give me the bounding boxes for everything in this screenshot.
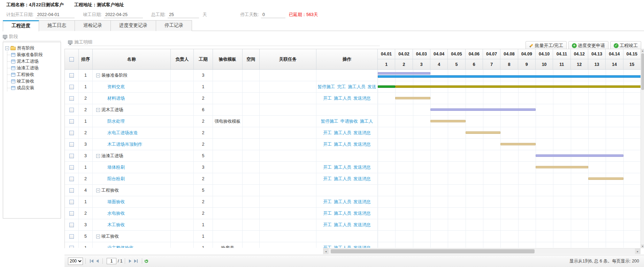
op-link[interactable]: 开工 [323, 130, 332, 136]
op-link[interactable]: 发送消息 [353, 130, 371, 136]
row-checkbox[interactable] [69, 177, 74, 181]
stop-days-value[interactable]: 0 [261, 11, 285, 18]
task-link[interactable]: 阳台粉刷 [107, 176, 125, 182]
scroll-right-icon[interactable]: ► [635, 249, 641, 254]
last-page-button[interactable] [134, 259, 138, 263]
row-checkbox[interactable] [69, 200, 74, 204]
op-link[interactable]: 发送 [368, 84, 376, 90]
op-link[interactable]: 施工人员 [334, 142, 351, 147]
tree-item-2[interactable]: 油漆工进场 [7, 65, 59, 71]
op-link[interactable]: 发送消息 [353, 142, 371, 147]
op-link[interactable]: 施工人 [360, 119, 373, 124]
op-link[interactable]: 施工人员 [334, 211, 351, 216]
collapse-icon[interactable]: − [96, 108, 100, 112]
gantt-bar-plan[interactable] [588, 177, 623, 180]
next-page-button[interactable] [129, 259, 131, 263]
op-link[interactable]: 开工 [323, 222, 332, 228]
op-link[interactable]: 发送消息 [353, 199, 371, 205]
collapse-icon[interactable]: − [96, 235, 100, 238]
op-link[interactable]: 开工 [323, 176, 332, 182]
op-link[interactable]: 开工 [323, 199, 332, 205]
op-link[interactable]: 施工人员 [334, 199, 351, 205]
row-checkbox[interactable] [69, 165, 74, 170]
task-link[interactable]: 木工验收 [107, 222, 125, 228]
gantt-bar-plan[interactable] [500, 143, 536, 145]
tab-4[interactable]: 停工记录 [156, 20, 192, 31]
gantt-bar-actual[interactable] [378, 75, 641, 78]
op-link[interactable]: 申请验收 [340, 119, 358, 124]
row-checkbox[interactable] [69, 96, 74, 101]
collapse-icon[interactable]: − [96, 154, 100, 158]
page-size-select[interactable]: 200 [68, 258, 83, 265]
task-link[interactable]: 水电验收 [107, 211, 125, 216]
op-link[interactable]: 发送消息 [353, 222, 371, 228]
op-link[interactable]: 施工人员 [334, 245, 351, 248]
row-checkbox[interactable] [69, 154, 74, 158]
row-checkbox[interactable] [69, 142, 74, 147]
task-link[interactable]: 墙体粉刷 [107, 165, 125, 170]
op-link[interactable]: 发送消息 [353, 211, 371, 216]
gantt-bar-group[interactable] [430, 108, 536, 111]
op-link[interactable]: 发送消息 [353, 245, 371, 248]
op-link[interactable]: 开工 [323, 211, 332, 216]
gantt-bar-plan[interactable] [536, 166, 588, 168]
first-page-button[interactable] [90, 259, 93, 263]
refresh-icon[interactable] [145, 259, 148, 263]
vertical-scrollbar[interactable]: ▲ ▼ [641, 49, 644, 248]
task-link[interactable]: 资料交底 [107, 84, 125, 90]
op-link[interactable]: 施工人员 [334, 165, 351, 170]
row-checkbox[interactable] [69, 188, 74, 193]
op-link[interactable]: 施工人员 [334, 222, 351, 228]
scroll-left-icon[interactable]: ◄ [323, 249, 329, 254]
gantt-bar-group[interactable] [536, 154, 623, 157]
op-link[interactable]: 施工人员 [334, 96, 351, 101]
row-checkbox[interactable] [69, 131, 74, 135]
tree-item-0[interactable]: 装修准备阶段 [7, 52, 59, 58]
prev-page-button[interactable] [96, 259, 99, 263]
op-link[interactable]: 发送消息 [353, 176, 371, 182]
op-link[interactable]: 施工人员 [348, 84, 366, 90]
row-checkbox[interactable] [69, 119, 74, 124]
tab-0[interactable]: 工程进度 [3, 20, 39, 31]
gantt-bar-group[interactable] [378, 72, 430, 75]
horizontal-scrollbar[interactable]: ◄ ► [323, 248, 641, 254]
tab-2[interactable]: 巡检记录 [75, 20, 111, 31]
op-link[interactable]: 开工 [323, 245, 332, 248]
total-duration-value[interactable]: 25 [168, 11, 199, 18]
scroll-down-icon[interactable]: ▼ [641, 244, 644, 248]
task-link[interactable]: 防水处理 [107, 119, 125, 124]
scroll-up-icon[interactable]: ▲ [641, 49, 644, 53]
op-link[interactable]: 暂停施工 [318, 84, 335, 90]
gantt-bar-plan[interactable] [466, 131, 501, 134]
tree-item-1[interactable]: 泥木工进场 [7, 58, 59, 65]
gantt-bar-done[interactable] [378, 85, 395, 88]
op-link[interactable]: 完工 [337, 84, 346, 90]
row-checkbox[interactable] [69, 211, 74, 216]
task-link[interactable]: 材料进场 [107, 96, 125, 101]
op-link[interactable]: 施工人员 [334, 130, 351, 136]
op-link[interactable]: 暂停施工 [321, 119, 338, 124]
row-checkbox[interactable] [69, 73, 74, 78]
row-checkbox[interactable] [69, 234, 74, 239]
select-all-checkbox[interactable] [69, 57, 74, 62]
op-link[interactable]: 开工 [323, 165, 332, 170]
row-checkbox[interactable] [69, 246, 74, 248]
collapse-icon[interactable]: − [96, 189, 100, 192]
op-link[interactable]: 开工 [323, 96, 332, 101]
collapse-icon[interactable]: − [5, 46, 9, 50]
plan-start-date-value[interactable]: 2022-04-01 [36, 11, 75, 18]
page-number-input[interactable] [107, 258, 116, 264]
collapse-icon[interactable]: − [96, 74, 100, 77]
tab-1[interactable]: 施工日志 [39, 20, 75, 31]
tree-root[interactable]: −所有阶段 [5, 45, 59, 52]
gantt-bar-plan[interactable] [430, 120, 466, 122]
op-link[interactable]: 发送消息 [353, 96, 371, 101]
tree-item-4[interactable]: 竣工验收 [7, 78, 59, 85]
horizontal-scroll-thumb[interactable] [331, 249, 535, 253]
vertical-scroll-thumb[interactable] [641, 53, 644, 90]
task-link[interactable]: 墙面验收 [107, 199, 125, 205]
op-link[interactable]: 施工人员 [334, 176, 351, 182]
row-checkbox[interactable] [69, 85, 74, 89]
op-link[interactable]: 发送消息 [353, 165, 371, 170]
row-checkbox[interactable] [69, 108, 74, 112]
